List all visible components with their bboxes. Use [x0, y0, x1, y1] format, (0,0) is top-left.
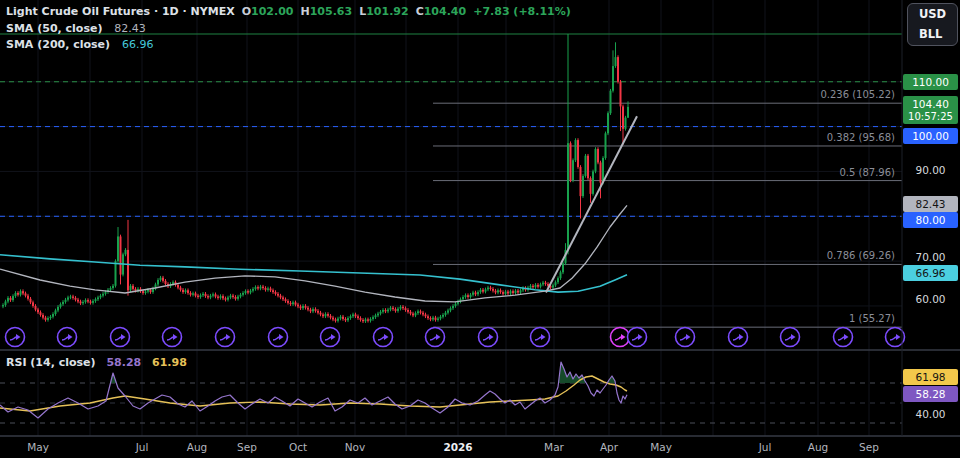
contract-roll-icon[interactable]	[321, 328, 340, 347]
rsi-ma-value: 61.98	[152, 356, 187, 369]
time-axis-label: Jul	[759, 441, 772, 453]
contract-roll-icon[interactable]	[111, 328, 130, 347]
contract-roll-icon[interactable]	[531, 328, 550, 347]
contract-roll-icons[interactable]	[6, 328, 905, 347]
ohlc-key: O	[242, 5, 251, 18]
ohlc-value: 104.40	[424, 5, 466, 18]
fib-level-label: 0.786 (69.26)	[827, 250, 895, 261]
price-axis-label: 40.00	[903, 407, 958, 421]
rsi-pane	[0, 362, 902, 423]
price-badge[interactable]: 66.96	[903, 265, 958, 281]
rsi-label: RSI (14, close)	[6, 356, 96, 369]
price-badge-value: 61.98	[903, 369, 958, 385]
sma200-value: 66.96	[122, 38, 154, 51]
chart-window: Light Crude Oil Futures · 1D · NYMEXO102…	[0, 0, 960, 458]
price-axis-label: 60.00	[903, 292, 958, 306]
price-axis-label: 70.00	[903, 250, 958, 264]
time-axis-label: Sep	[237, 441, 257, 453]
fib-level-label: 0.236 (105.22)	[820, 89, 895, 100]
sma50-value: 82.43	[114, 22, 146, 35]
price-badge[interactable]: 80.00	[903, 212, 958, 228]
grid-lines	[0, 0, 902, 436]
price-badge-value: 110.00	[903, 74, 958, 90]
price-axis-label: 90.00	[903, 163, 958, 177]
rsi-legend[interactable]: RSI (14, close) 58.28 61.98	[6, 356, 187, 369]
currency-usd-button[interactable]: USD	[908, 4, 957, 24]
sma50-label: SMA (50, close)	[6, 22, 102, 35]
fib-level-label: 0.5 (87.96)	[839, 167, 895, 178]
price-badge-value: 80.00	[903, 212, 958, 228]
price-badge-value: 82.43	[903, 196, 958, 212]
time-axis-label: May	[27, 441, 49, 453]
countdown-timer: 10:57:25	[903, 110, 958, 124]
ohlc-key: H	[301, 5, 310, 18]
contract-roll-icon[interactable]	[628, 328, 647, 347]
fib-level-label: 0.382 (95.68)	[827, 132, 895, 143]
contract-roll-icon[interactable]	[479, 328, 498, 347]
contract-roll-icon[interactable]	[676, 328, 695, 347]
price-badge-value: 100.00	[903, 128, 958, 144]
price-badge[interactable]: 82.43	[903, 196, 958, 212]
symbol-legend[interactable]: Light Crude Oil Futures · 1D · NYMEXO102…	[6, 5, 571, 18]
time-axis-label: Jul	[136, 441, 149, 453]
price-badge[interactable]: 110.00	[903, 74, 958, 90]
time-axis-label: Sep	[859, 441, 879, 453]
contract-roll-icon[interactable]	[6, 328, 25, 347]
contract-roll-icon[interactable]	[163, 328, 182, 347]
candlestick-series	[2, 34, 629, 323]
change-value: +7.83 (+8.11%)	[473, 5, 571, 18]
contract-roll-icon[interactable]	[374, 328, 393, 347]
last-price-badge[interactable]: 104.4010:57:25	[903, 96, 958, 124]
price-badge[interactable]: 58.28	[903, 386, 958, 402]
pane-separators[interactable]	[0, 0, 960, 436]
time-axis-label: 2026	[443, 441, 472, 453]
sma50-legend[interactable]: SMA (50, close) 82.43	[6, 22, 146, 35]
ohlc-key: C	[416, 5, 424, 18]
contract-roll-icon[interactable]	[216, 328, 235, 347]
price-badge-value: 58.28	[903, 386, 958, 402]
time-axis-label: Apr	[600, 441, 618, 453]
time-axis-label: Aug	[187, 441, 208, 453]
price-badge[interactable]: 100.00	[903, 128, 958, 144]
contract-roll-icon[interactable]	[426, 328, 445, 347]
time-axis-label: Oct	[289, 441, 307, 453]
ohlc-value: 105.63	[310, 5, 352, 18]
time-axis-label: Aug	[808, 441, 829, 453]
price-badge[interactable]: 61.98	[903, 369, 958, 385]
price-badge-value: 66.96	[903, 265, 958, 281]
contract-roll-icon[interactable]	[58, 328, 77, 347]
alert-lines[interactable]	[0, 34, 902, 216]
currency-unit-toggle: USD BLL	[907, 3, 958, 46]
unit-bll-button[interactable]: BLL	[908, 24, 957, 44]
sma200-legend[interactable]: SMA (200, close) 66.96	[6, 38, 153, 51]
rsi-line	[0, 362, 627, 418]
rsi-value: 58.28	[106, 356, 141, 369]
contract-roll-icon[interactable]	[781, 328, 800, 347]
fib-level-label: 1 (55.27)	[849, 313, 895, 324]
time-axis-label: May	[650, 441, 672, 453]
contract-roll-icon[interactable]	[611, 328, 630, 347]
time-axis-label: Nov	[345, 441, 366, 453]
ohlc-value: 102.00	[251, 5, 293, 18]
contract-roll-icon[interactable]	[834, 328, 853, 347]
contract-roll-icon[interactable]	[729, 328, 748, 347]
ohlc-values: O102.00H105.63L101.92C104.40	[235, 5, 466, 18]
symbol-title: Light Crude Oil Futures · 1D · NYMEX	[6, 5, 235, 18]
chart-canvas[interactable]	[0, 0, 960, 458]
sma200-label: SMA (200, close)	[6, 38, 110, 51]
ohlc-value: 101.92	[366, 5, 408, 18]
contract-roll-icon[interactable]	[269, 328, 288, 347]
time-axis-label: Mar	[544, 441, 564, 453]
trend-line[interactable]	[546, 116, 637, 292]
